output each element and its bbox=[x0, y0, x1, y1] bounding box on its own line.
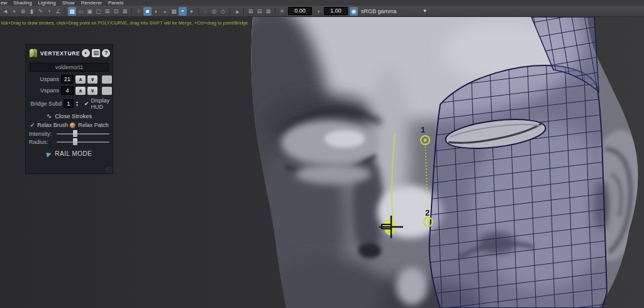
layers-icon[interactable]: ▤ bbox=[92, 49, 100, 57]
patch-sphere-icon bbox=[70, 123, 75, 128]
panel-title: VERTEXTURE bbox=[40, 50, 80, 57]
uspans-label: Uspans bbox=[29, 76, 59, 82]
brush-icon: ✓ bbox=[30, 122, 35, 128]
rail-end-label: 2 bbox=[425, 208, 430, 217]
shadows-icon[interactable]: ● bbox=[187, 7, 196, 16]
shade-toggle-icon[interactable]: ◐ bbox=[82, 49, 90, 57]
close-strokes-label: Close Strokes bbox=[55, 113, 92, 119]
colorspace-select[interactable]: sRGB gamma bbox=[361, 8, 397, 14]
panel-resize-handle[interactable] bbox=[106, 167, 112, 173]
menu-lighting[interactable]: Lighting bbox=[38, 0, 56, 6]
pencil-icon[interactable]: ✎ bbox=[36, 7, 45, 16]
relax-patch-label: Relax Patch bbox=[78, 122, 109, 128]
toolbar-separator bbox=[131, 8, 132, 15]
rail-mode-icon: ▶ bbox=[46, 150, 52, 158]
vspans-up-button[interactable]: ∧ bbox=[75, 87, 86, 95]
tool-hud-hint: lick+Drag to draw strokes, click+Drag po… bbox=[1, 21, 248, 25]
menu-renderer[interactable]: Renderer bbox=[81, 0, 102, 6]
curve-icon: ∿ bbox=[47, 113, 52, 119]
radius-row: Radius: bbox=[26, 138, 113, 146]
checker-material-icon[interactable]: ▩ bbox=[170, 7, 178, 16]
bridge-subd-row: Bridge Subd 1 ▲▼ ✔ Display HUD bbox=[26, 96, 113, 111]
radius-handle[interactable] bbox=[73, 138, 77, 145]
toolbar-separator bbox=[243, 8, 244, 15]
bookmark-icon[interactable]: ▮ bbox=[28, 7, 36, 16]
chevron-down-icon[interactable]: ▼ bbox=[423, 8, 428, 14]
uspans-down-button[interactable]: ∨ bbox=[87, 75, 97, 84]
copy-layout-icon[interactable]: ⊞ bbox=[247, 7, 255, 16]
camera-track-icon[interactable]: ⊕ bbox=[19, 7, 27, 16]
default-material-icon[interactable]: ◒ bbox=[161, 7, 169, 16]
uspans-value[interactable]: 21 bbox=[61, 75, 74, 84]
camera-orbit-icon[interactable]: ⌖ bbox=[10, 7, 18, 16]
intensity-row: Intensity: bbox=[26, 129, 113, 138]
wireframe-icon[interactable]: ○ bbox=[135, 7, 143, 16]
display-hud-label: Display HUD bbox=[91, 97, 110, 110]
exposure-field[interactable]: 0.00 bbox=[288, 7, 312, 15]
shaded-textured-icon[interactable]: ◐ bbox=[152, 7, 160, 16]
exposure-icon[interactable]: ✳ bbox=[278, 7, 286, 16]
rail-start-label: 1 bbox=[421, 125, 425, 135]
relax-brush-label: Relax Brush bbox=[37, 122, 68, 128]
rail-mode-button[interactable]: ▶ RAIL MODE bbox=[26, 149, 113, 158]
bridge-subd-label: Bridge Subd bbox=[29, 101, 62, 107]
relax-mode-row: ✓ Relax Brush Relax Patch bbox=[26, 121, 113, 129]
vspans-value[interactable]: 4 bbox=[61, 86, 74, 95]
use-all-lights-icon[interactable]: ◓ bbox=[179, 7, 187, 16]
menu-shading[interactable]: Shading bbox=[13, 0, 31, 6]
uspans-up-button[interactable]: ∧ bbox=[75, 75, 86, 84]
vertexture-logo-icon bbox=[29, 48, 38, 58]
colorspace-icon[interactable]: ◉ bbox=[350, 7, 358, 16]
toolbar-separator bbox=[198, 8, 199, 15]
uspans-swatch[interactable] bbox=[102, 75, 112, 84]
uspans-row: Uspans 21 ∧ ∨ bbox=[26, 74, 113, 85]
field-chart-icon[interactable]: ⊞ bbox=[103, 7, 111, 16]
vertexture-panel: VERTEXTURE ◐ ▤ ? voldemort1 Uspans 21 ∧ … bbox=[25, 44, 113, 174]
menu-bar: ew Shading Lighting Show Renderer Panels bbox=[0, 0, 644, 6]
vspans-swatch[interactable] bbox=[102, 87, 112, 95]
image-plane-icon[interactable]: ⊠ bbox=[264, 7, 272, 16]
close-strokes-button[interactable]: ∿ Close Strokes bbox=[26, 111, 113, 121]
xray-icon[interactable]: ◌ bbox=[201, 7, 209, 16]
select-cursor-icon[interactable]: ▲ bbox=[231, 5, 242, 16]
camera-prev-icon[interactable]: ◄ bbox=[1, 7, 9, 16]
safe-title-icon[interactable]: ⊠ bbox=[121, 7, 129, 16]
relax-brush-button[interactable]: ✓ Relax Brush bbox=[29, 122, 69, 128]
toolbar-separator bbox=[275, 8, 275, 15]
gate-mask-icon[interactable]: ▢ bbox=[94, 7, 103, 16]
vspans-row: Vspans 4 ∧ ∨ bbox=[26, 85, 113, 96]
relax-patch-button[interactable]: Relax Patch bbox=[69, 122, 109, 128]
measure-icon[interactable]: ∠ bbox=[54, 7, 62, 16]
selection-highlight-icon[interactable]: ◇ bbox=[219, 7, 227, 16]
grid-display-icon[interactable]: ▦ bbox=[68, 7, 76, 16]
safe-action-icon[interactable]: ⊡ bbox=[112, 7, 120, 16]
intensity-handle[interactable] bbox=[73, 130, 77, 137]
paste-layout-icon[interactable]: ⊟ bbox=[255, 7, 264, 16]
film-gate-icon[interactable]: ▭ bbox=[77, 7, 85, 16]
rail-mode-label: RAIL MODE bbox=[55, 150, 92, 157]
radius-slider[interactable] bbox=[57, 141, 109, 143]
panel-header: VERTEXTURE ◐ ▤ ? bbox=[26, 45, 113, 62]
vspans-down-button[interactable]: ∨ bbox=[87, 87, 97, 95]
object-name-field[interactable]: voldemort1 bbox=[30, 63, 109, 72]
menu-show[interactable]: Show bbox=[62, 0, 75, 6]
gamma-field[interactable]: 1.00 bbox=[324, 7, 348, 15]
resolution-gate-icon[interactable]: ▣ bbox=[86, 7, 94, 16]
vspans-label: Vspans bbox=[29, 87, 59, 94]
shaded-icon[interactable]: ■ bbox=[143, 7, 152, 16]
bridge-subd-value[interactable]: 1 bbox=[64, 99, 74, 108]
toolbar-separator bbox=[230, 8, 230, 15]
viewport-toolbar: ◄ ⌖ ⊕ ▮ ✎ + ∠ ▦ ▭ ▣ ▢ ⊞ ⊡ ⊠ ○ ■ ◐ ◒ ▩ ◓ … bbox=[0, 6, 644, 17]
radius-label: Radius: bbox=[29, 139, 54, 145]
display-hud-checkbox[interactable]: ✔ bbox=[84, 101, 89, 107]
intensity-slider[interactable] bbox=[57, 133, 109, 135]
toolbar-separator bbox=[65, 8, 65, 15]
menu-view[interactable]: ew bbox=[1, 0, 7, 6]
contrast-icon[interactable]: ◑ bbox=[314, 7, 322, 16]
isolate-select-icon[interactable]: ◎ bbox=[210, 7, 218, 16]
move-tool-icon[interactable]: + bbox=[45, 7, 53, 16]
help-icon[interactable]: ? bbox=[102, 49, 110, 57]
menu-panels[interactable]: Panels bbox=[108, 0, 123, 6]
intensity-label: Intensity: bbox=[29, 131, 54, 137]
bridge-subd-spinner[interactable]: ▲▼ bbox=[75, 99, 79, 108]
